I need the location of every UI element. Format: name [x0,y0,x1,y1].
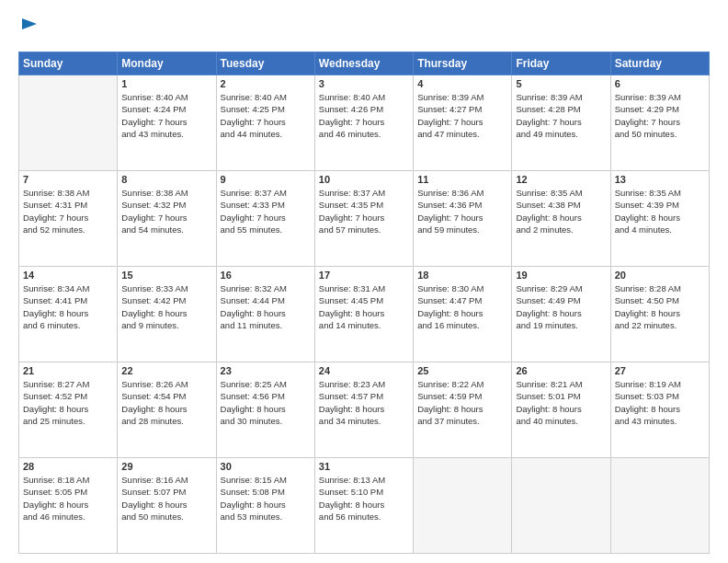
day-header-tuesday: Tuesday [216,52,314,75]
calendar-cell [512,458,610,554]
day-info: Sunrise: 8:28 AM Sunset: 4:50 PM Dayligh… [615,282,705,331]
day-number: 27 [615,365,705,376]
day-number: 7 [23,174,113,185]
day-info: Sunrise: 8:39 AM Sunset: 4:27 PM Dayligh… [417,91,507,140]
day-number: 11 [417,174,507,185]
calendar-cell: 18Sunrise: 8:30 AM Sunset: 4:47 PM Dayli… [414,267,512,362]
calendar-week-row: 7Sunrise: 8:38 AM Sunset: 4:31 PM Daylig… [19,171,710,267]
calendar-week-row: 21Sunrise: 8:27 AM Sunset: 4:52 PM Dayli… [19,362,710,458]
day-number: 5 [516,78,606,89]
calendar-cell: 8Sunrise: 8:38 AM Sunset: 4:32 PM Daylig… [118,171,216,267]
day-info: Sunrise: 8:16 AM Sunset: 5:07 PM Dayligh… [121,474,211,523]
day-number: 12 [516,174,606,185]
day-info: Sunrise: 8:18 AM Sunset: 5:05 PM Dayligh… [23,474,113,523]
calendar-cell: 28Sunrise: 8:18 AM Sunset: 5:05 PM Dayli… [19,458,118,554]
day-number: 25 [417,365,507,376]
day-number: 26 [516,365,606,376]
day-info: Sunrise: 8:35 AM Sunset: 4:39 PM Dayligh… [615,187,705,236]
calendar-cell: 14Sunrise: 8:34 AM Sunset: 4:41 PM Dayli… [19,267,118,362]
day-number: 6 [615,78,705,89]
day-info: Sunrise: 8:40 AM Sunset: 4:25 PM Dayligh… [221,91,311,140]
day-info: Sunrise: 8:37 AM Sunset: 4:33 PM Dayligh… [221,187,311,236]
day-number: 4 [417,78,507,89]
calendar-cell: 25Sunrise: 8:22 AM Sunset: 4:59 PM Dayli… [414,362,512,458]
day-info: Sunrise: 8:22 AM Sunset: 4:59 PM Dayligh… [417,378,507,427]
calendar-cell [19,75,118,171]
day-header-thursday: Thursday [414,52,512,75]
calendar-cell: 1Sunrise: 8:40 AM Sunset: 4:24 PM Daylig… [118,75,216,171]
calendar-header-row: SundayMondayTuesdayWednesdayThursdayFrid… [19,52,710,75]
calendar-cell: 21Sunrise: 8:27 AM Sunset: 4:52 PM Dayli… [19,362,118,458]
calendar-cell: 3Sunrise: 8:40 AM Sunset: 4:26 PM Daylig… [314,75,413,171]
calendar-cell: 10Sunrise: 8:37 AM Sunset: 4:35 PM Dayli… [314,171,413,267]
calendar-week-row: 28Sunrise: 8:18 AM Sunset: 5:05 PM Dayli… [19,458,710,554]
day-info: Sunrise: 8:37 AM Sunset: 4:35 PM Dayligh… [319,187,409,236]
calendar-cell: 4Sunrise: 8:39 AM Sunset: 4:27 PM Daylig… [414,75,512,171]
calendar-cell: 17Sunrise: 8:31 AM Sunset: 4:45 PM Dayli… [314,267,413,362]
calendar-cell: 27Sunrise: 8:19 AM Sunset: 5:03 PM Dayli… [610,362,709,458]
calendar-cell: 24Sunrise: 8:23 AM Sunset: 4:57 PM Dayli… [314,362,413,458]
day-header-monday: Monday [118,52,216,75]
calendar-week-row: 1Sunrise: 8:40 AM Sunset: 4:24 PM Daylig… [19,75,710,171]
calendar-cell: 5Sunrise: 8:39 AM Sunset: 4:28 PM Daylig… [512,75,610,171]
day-number: 21 [23,365,113,376]
calendar-cell: 6Sunrise: 8:39 AM Sunset: 4:29 PM Daylig… [610,75,709,171]
day-info: Sunrise: 8:36 AM Sunset: 4:36 PM Dayligh… [417,187,507,236]
logo [18,15,41,42]
calendar-cell: 13Sunrise: 8:35 AM Sunset: 4:39 PM Dayli… [610,171,709,267]
calendar-cell [414,458,512,554]
day-number: 16 [221,270,311,281]
calendar-cell: 7Sunrise: 8:38 AM Sunset: 4:31 PM Daylig… [19,171,118,267]
day-number: 1 [121,78,211,89]
day-number: 19 [516,270,606,281]
day-header-saturday: Saturday [610,52,709,75]
day-info: Sunrise: 8:27 AM Sunset: 4:52 PM Dayligh… [23,378,113,427]
calendar-cell: 16Sunrise: 8:32 AM Sunset: 4:44 PM Dayli… [216,267,314,362]
day-number: 22 [121,365,211,376]
calendar-cell: 15Sunrise: 8:33 AM Sunset: 4:42 PM Dayli… [118,267,216,362]
day-info: Sunrise: 8:40 AM Sunset: 4:24 PM Dayligh… [121,91,211,140]
calendar-cell: 11Sunrise: 8:36 AM Sunset: 4:36 PM Dayli… [414,171,512,267]
day-info: Sunrise: 8:30 AM Sunset: 4:47 PM Dayligh… [417,282,507,331]
day-info: Sunrise: 8:26 AM Sunset: 4:54 PM Dayligh… [121,378,211,427]
day-info: Sunrise: 8:25 AM Sunset: 4:56 PM Dayligh… [221,378,311,427]
day-header-sunday: Sunday [19,52,118,75]
day-header-friday: Friday [512,52,610,75]
header [18,15,710,42]
day-number: 28 [23,461,113,472]
calendar-cell: 19Sunrise: 8:29 AM Sunset: 4:49 PM Dayli… [512,267,610,362]
day-info: Sunrise: 8:33 AM Sunset: 4:42 PM Dayligh… [121,282,211,331]
day-number: 20 [615,270,705,281]
calendar-cell: 31Sunrise: 8:13 AM Sunset: 5:10 PM Dayli… [314,458,413,554]
day-number: 31 [319,461,409,472]
calendar-cell: 30Sunrise: 8:15 AM Sunset: 5:08 PM Dayli… [216,458,314,554]
svg-marker-0 [22,18,37,29]
day-info: Sunrise: 8:23 AM Sunset: 4:57 PM Dayligh… [319,378,409,427]
day-info: Sunrise: 8:34 AM Sunset: 4:41 PM Dayligh… [23,282,113,331]
day-number: 24 [319,365,409,376]
day-number: 14 [23,270,113,281]
day-header-wednesday: Wednesday [314,52,413,75]
day-info: Sunrise: 8:40 AM Sunset: 4:26 PM Dayligh… [319,91,409,140]
calendar-week-row: 14Sunrise: 8:34 AM Sunset: 4:41 PM Dayli… [19,267,710,362]
day-number: 15 [121,270,211,281]
day-number: 8 [121,174,211,185]
page: SundayMondayTuesdayWednesdayThursdayFrid… [0,0,728,563]
day-number: 9 [221,174,311,185]
day-info: Sunrise: 8:21 AM Sunset: 5:01 PM Dayligh… [516,378,606,427]
day-info: Sunrise: 8:38 AM Sunset: 4:32 PM Dayligh… [121,187,211,236]
day-number: 13 [615,174,705,185]
calendar-cell: 23Sunrise: 8:25 AM Sunset: 4:56 PM Dayli… [216,362,314,458]
day-number: 2 [221,78,311,89]
day-number: 17 [319,270,409,281]
day-number: 10 [319,174,409,185]
day-info: Sunrise: 8:29 AM Sunset: 4:49 PM Dayligh… [516,282,606,331]
day-number: 29 [121,461,211,472]
day-info: Sunrise: 8:39 AM Sunset: 4:28 PM Dayligh… [516,91,606,140]
day-number: 23 [221,365,311,376]
logo-icon [18,17,39,42]
day-number: 30 [221,461,311,472]
day-info: Sunrise: 8:32 AM Sunset: 4:44 PM Dayligh… [221,282,311,331]
day-number: 3 [319,78,409,89]
calendar-cell: 9Sunrise: 8:37 AM Sunset: 4:33 PM Daylig… [216,171,314,267]
